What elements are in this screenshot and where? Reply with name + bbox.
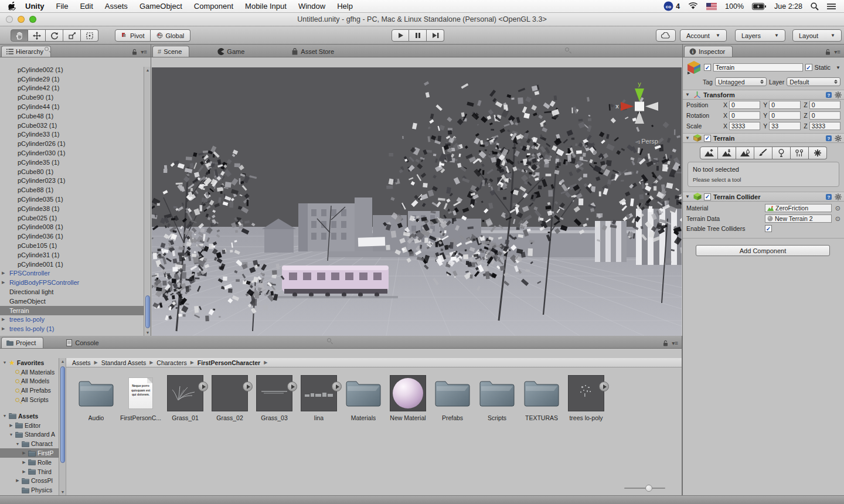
asset-grass-02[interactable]: Grass_02	[207, 374, 252, 421]
tree-folder-assets[interactable]: ▼Assets	[0, 411, 59, 421]
tree-favorite-item[interactable]: All Prefabs	[0, 386, 59, 395]
pause-button[interactable]	[409, 29, 427, 42]
lock-icon[interactable]	[132, 49, 137, 55]
static-checkbox[interactable]: ✓	[805, 64, 812, 71]
hierarchy-item[interactable]: pCylinde29 (1)	[0, 74, 144, 84]
menu-help[interactable]: Help	[331, 0, 359, 13]
transform-scale-y-field[interactable]: 33	[769, 122, 800, 130]
pivot-toggle-button[interactable]: Pivot	[115, 29, 151, 42]
hierarchy-item[interactable]: pCylinder030 (1)	[0, 148, 144, 158]
asset-store-tab[interactable]: Asset Store	[287, 46, 341, 57]
expand-arrow-icon[interactable]: ▶	[22, 451, 26, 455]
hierarchy-item[interactable]: pCylinde38 (1)	[0, 204, 144, 213]
terrain-data-object-field[interactable]: New Terrain 2	[765, 214, 832, 223]
asset-new-material[interactable]: New Material	[386, 374, 430, 421]
transform-scale-z-field[interactable]: 3333	[809, 122, 840, 130]
active-checkbox[interactable]: ✓	[704, 64, 711, 71]
breadcrumb-standard-assets[interactable]: Standard Assets	[101, 359, 146, 366]
tree-favorite-item[interactable]: All Materials	[0, 367, 59, 377]
layout-dropdown[interactable]: Layout▼	[792, 29, 842, 42]
gear-icon[interactable]	[835, 91, 842, 98]
hierarchy-scrollbar[interactable]: ▲ ▼	[144, 67, 151, 336]
place-trees-button[interactable]	[772, 147, 791, 159]
game-tab[interactable]: Game	[213, 46, 251, 57]
foldout-arrow[interactable]: ▼	[685, 135, 691, 141]
transform-rotation-x-field[interactable]: 0	[729, 111, 760, 120]
creative-cloud-icon[interactable]: co	[663, 1, 673, 11]
menu-file[interactable]: File	[50, 0, 74, 13]
hierarchy-item[interactable]: pCylinde33 (1)	[0, 130, 144, 139]
tree-folder-charact[interactable]: ▼Charact	[0, 439, 59, 448]
transform-position-y-field[interactable]: 0	[769, 101, 800, 109]
menu-mobile-input[interactable]: Mobile Input	[239, 0, 292, 13]
menu-bar-clock[interactable]: Jue 2:28	[774, 2, 802, 11]
hierarchy-item[interactable]: pCube90 (1)	[0, 93, 144, 102]
account-dropdown[interactable]: Account▼	[680, 29, 727, 42]
spotlight-search-icon[interactable]	[811, 2, 819, 11]
paint-texture-button[interactable]	[754, 147, 772, 159]
tree-folder-physics[interactable]: Physics	[0, 485, 59, 495]
smooth-height-button[interactable]	[736, 147, 754, 159]
hierarchy-item[interactable]: Directional light	[0, 287, 144, 297]
object-picker-icon[interactable]: ⊙	[835, 205, 840, 212]
paint-details-button[interactable]	[791, 147, 809, 159]
rotate-tool-button[interactable]	[46, 29, 63, 42]
static-dropdown-arrow[interactable]: ▼	[836, 65, 840, 70]
scene-viewport[interactable]: y x ◅ Persp	[152, 67, 682, 336]
hierarchy-tab[interactable]: Hierarchy	[1, 46, 51, 57]
wifi-icon[interactable]	[688, 2, 698, 10]
notification-center-icon[interactable]	[827, 3, 836, 10]
asset-scripts[interactable]: Scripts	[475, 374, 519, 421]
hierarchy-item[interactable]: pCylinde44 (1)	[0, 102, 144, 111]
tree-favorite-item[interactable]: All Models	[0, 377, 59, 386]
play-preview-icon[interactable]	[332, 382, 342, 391]
transform-rotation-z-field[interactable]: 0	[809, 111, 840, 120]
play-button[interactable]	[392, 29, 409, 42]
tree-folder-crosspl[interactable]: ▶CrossPl	[0, 476, 59, 486]
flag-icon[interactable]	[706, 3, 717, 10]
hand-tool-button[interactable]	[11, 29, 28, 42]
tag-dropdown[interactable]: Untagged	[715, 77, 767, 86]
expand-arrow-icon[interactable]: ▶	[15, 478, 20, 483]
expand-arrow-icon[interactable]: ▶	[2, 326, 5, 331]
inspector-tab[interactable]: i Inspector	[684, 46, 733, 57]
menu-edit[interactable]: Edit	[74, 0, 98, 13]
paint-height-button[interactable]	[718, 147, 736, 159]
hierarchy-item[interactable]: pCube88 (1)	[0, 185, 144, 195]
breadcrumb-firstpersoncharacter[interactable]: FirstPersonCharacter	[198, 359, 260, 366]
hierarchy-item[interactable]: pCylinde001 (1)	[0, 260, 144, 269]
terrain-enabled-checkbox[interactable]: ✓	[704, 135, 711, 142]
hierarchy-item[interactable]: GameObject	[0, 297, 144, 306]
transform-position-x-field[interactable]: 0	[729, 101, 760, 109]
expand-arrow-icon[interactable]: ▶	[22, 460, 26, 465]
transform-rotation-y-field[interactable]: 0	[769, 111, 800, 120]
scene-orientation-gizmo[interactable]: y x	[612, 80, 665, 137]
help-icon[interactable]: ?	[825, 91, 832, 98]
cloud-services-button[interactable]	[656, 29, 676, 42]
lock-icon[interactable]	[825, 49, 831, 55]
hierarchy-item[interactable]: pCylinde002 (1)	[0, 65, 144, 74]
asset-grass-01[interactable]: Grass_01	[163, 374, 207, 421]
hierarchy-item[interactable]: pCylinder023 (1)	[0, 176, 144, 186]
hierarchy-item[interactable]: pCylinde036 (1)	[0, 231, 144, 241]
move-tool-button[interactable]	[28, 29, 46, 42]
asset-firstpersonc-[interactable]: Neque porro quisquam est qui dolorem.Fir…	[118, 374, 163, 421]
play-preview-icon[interactable]	[287, 382, 297, 391]
enable-tree-colliders-checkbox[interactable]: ✓	[765, 225, 772, 232]
help-icon[interactable]: ?	[825, 135, 832, 142]
hierarchy-item[interactable]: pCylinde42 (1)	[0, 84, 144, 93]
global-toggle-button[interactable]: Global	[151, 29, 190, 42]
hierarchy-item[interactable]: ▶trees lo-poly (1)	[0, 324, 144, 333]
panel-menu-icon[interactable]: ▾≡	[141, 49, 147, 55]
help-icon[interactable]: ?	[825, 193, 832, 200]
hierarchy-item[interactable]: pCylinde35 (1)	[0, 158, 144, 167]
expand-arrow-icon[interactable]: ▶	[22, 469, 26, 474]
tree-folder-firstp[interactable]: ▶FirstP	[0, 448, 59, 458]
material-object-field[interactable]: ZeroFriction	[765, 204, 832, 212]
hierarchy-item[interactable]: pCylinde035 (1)	[0, 195, 144, 204]
collider-enabled-checkbox[interactable]: ✓	[704, 193, 711, 200]
object-name-field[interactable]: Terrain	[713, 63, 803, 71]
lock-icon[interactable]	[663, 340, 668, 346]
tree-folder-standard-a[interactable]: ▼Standard A	[0, 430, 59, 440]
gear-icon[interactable]	[835, 135, 842, 142]
